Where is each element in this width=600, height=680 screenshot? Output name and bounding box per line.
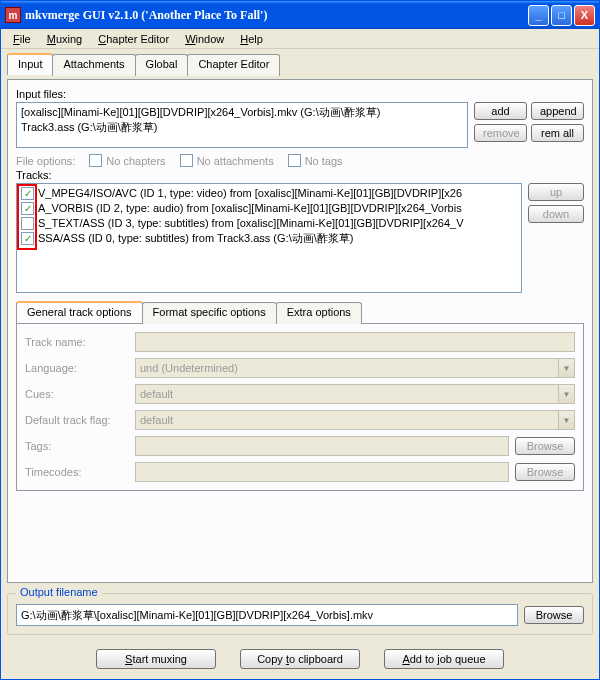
app-icon: m xyxy=(5,7,21,23)
track-checkbox[interactable] xyxy=(21,232,34,245)
start-muxing-button[interactable]: Start muxing xyxy=(96,649,216,669)
output-filename-field[interactable]: G:\动画\酢浆草\[oxalisc][Minami-Ke][01][GB][D… xyxy=(16,604,518,626)
close-button[interactable]: X xyxy=(574,5,595,26)
minimize-button[interactable]: _ xyxy=(528,5,549,26)
remove-button[interactable]: remove xyxy=(474,124,527,142)
maximize-button[interactable]: □ xyxy=(551,5,572,26)
menu-window[interactable]: Window xyxy=(177,31,232,47)
language-combo: und (Undetermined)▼ xyxy=(135,358,575,378)
no-chapters-label: No chapters xyxy=(106,155,165,167)
track-text: SSA/ASS (ID 0, type: subtitles) from Tra… xyxy=(38,231,353,246)
tags-browse-button[interactable]: Browse xyxy=(515,437,575,455)
input-files-list[interactable]: [oxalisc][Minami-Ke][01][GB][DVDRIP][x26… xyxy=(16,102,468,148)
menu-help[interactable]: Help xyxy=(232,31,271,47)
language-label: Language: xyxy=(25,362,135,374)
bottom-buttons: Start muxing Copy to clipboard Add to jo… xyxy=(7,639,593,673)
up-button[interactable]: up xyxy=(528,183,584,201)
output-browse-button[interactable]: Browse xyxy=(524,606,584,624)
timecodes-field xyxy=(135,462,509,482)
titlebar[interactable]: m mkvmerge GUI v2.1.0 ('Another Place To… xyxy=(1,1,599,29)
subtab-general-body: Track name: Language: und (Undetermined)… xyxy=(16,323,584,491)
list-item[interactable]: Track3.ass (G:\动画\酢浆草) xyxy=(21,120,463,135)
default-flag-value: default xyxy=(140,414,173,426)
subtab-format[interactable]: Format specific options xyxy=(142,302,277,324)
track-row[interactable]: S_TEXT/ASS (ID 3, type: subtitles) from … xyxy=(21,216,517,231)
add-job-queue-button[interactable]: Add to job queue xyxy=(384,649,504,669)
track-name-label: Track name: xyxy=(25,336,135,348)
track-text: V_MPEG4/ISO/AVC (ID 1, type: video) from… xyxy=(38,186,462,201)
track-checkbox[interactable] xyxy=(21,187,34,200)
default-flag-combo: default▼ xyxy=(135,410,575,430)
output-group: Output filename G:\动画\酢浆草\[oxalisc][Mina… xyxy=(7,593,593,635)
copy-clipboard-button[interactable]: Copy to clipboard xyxy=(240,649,360,669)
window-title: mkvmerge GUI v2.1.0 ('Another Place To F… xyxy=(25,8,528,23)
chevron-down-icon: ▼ xyxy=(558,411,574,429)
no-tags-checkbox xyxy=(288,154,301,167)
no-chapters-checkbox xyxy=(89,154,102,167)
tags-label: Tags: xyxy=(25,440,135,452)
track-text: S_TEXT/ASS (ID 3, type: subtitles) from … xyxy=(38,216,463,231)
track-checkbox[interactable] xyxy=(21,217,34,230)
track-name-field xyxy=(135,332,575,352)
down-button[interactable]: down xyxy=(528,205,584,223)
no-tags-label: No tags xyxy=(305,155,343,167)
track-checkbox[interactable] xyxy=(21,202,34,215)
file-options-label: File options: xyxy=(16,155,75,167)
main-tabstrip: Input Attachments Global Chapter Editor xyxy=(7,53,593,75)
track-row[interactable]: A_VORBIS (ID 2, type: audio) from [oxali… xyxy=(21,201,517,216)
tracks-label: Tracks: xyxy=(16,169,584,181)
menubar: File Muxing Chapter Editor Window Help xyxy=(1,29,599,49)
tags-field xyxy=(135,436,509,456)
subtab-general[interactable]: General track options xyxy=(16,301,143,323)
chevron-down-icon: ▼ xyxy=(558,359,574,377)
input-files-label: Input files: xyxy=(16,88,584,100)
cues-combo: default▼ xyxy=(135,384,575,404)
cues-value: default xyxy=(140,388,173,400)
tab-input-body: Input files: [oxalisc][Minami-Ke][01][GB… xyxy=(7,79,593,583)
track-text: A_VORBIS (ID 2, type: audio) from [oxali… xyxy=(38,201,462,216)
tab-global[interactable]: Global xyxy=(135,54,189,76)
add-button[interactable]: add xyxy=(474,102,527,120)
append-button[interactable]: append xyxy=(531,102,584,120)
no-attachments-label: No attachments xyxy=(197,155,274,167)
track-row[interactable]: V_MPEG4/ISO/AVC (ID 1, type: video) from… xyxy=(21,186,517,201)
track-row[interactable]: SSA/ASS (ID 0, type: subtitles) from Tra… xyxy=(21,231,517,246)
tab-input[interactable]: Input xyxy=(7,53,53,75)
tab-attachments[interactable]: Attachments xyxy=(52,54,135,76)
no-attachments-checkbox xyxy=(180,154,193,167)
tab-chapter-editor[interactable]: Chapter Editor xyxy=(187,54,280,76)
list-item[interactable]: [oxalisc][Minami-Ke][01][GB][DVDRIP][x26… xyxy=(21,105,463,120)
subtab-extra[interactable]: Extra options xyxy=(276,302,362,324)
menu-file[interactable]: File xyxy=(5,31,39,47)
track-subtabstrip: General track options Format specific op… xyxy=(16,301,584,323)
remall-button[interactable]: rem all xyxy=(531,124,584,142)
output-legend: Output filename xyxy=(16,586,102,598)
tracks-list[interactable]: V_MPEG4/ISO/AVC (ID 1, type: video) from… xyxy=(16,183,522,293)
timecodes-browse-button[interactable]: Browse xyxy=(515,463,575,481)
cues-label: Cues: xyxy=(25,388,135,400)
menu-chapter-editor[interactable]: Chapter Editor xyxy=(90,31,177,47)
menu-muxing[interactable]: Muxing xyxy=(39,31,90,47)
language-value: und (Undetermined) xyxy=(140,362,238,374)
timecodes-label: Timecodes: xyxy=(25,466,135,478)
default-flag-label: Default track flag: xyxy=(25,414,135,426)
chevron-down-icon: ▼ xyxy=(558,385,574,403)
